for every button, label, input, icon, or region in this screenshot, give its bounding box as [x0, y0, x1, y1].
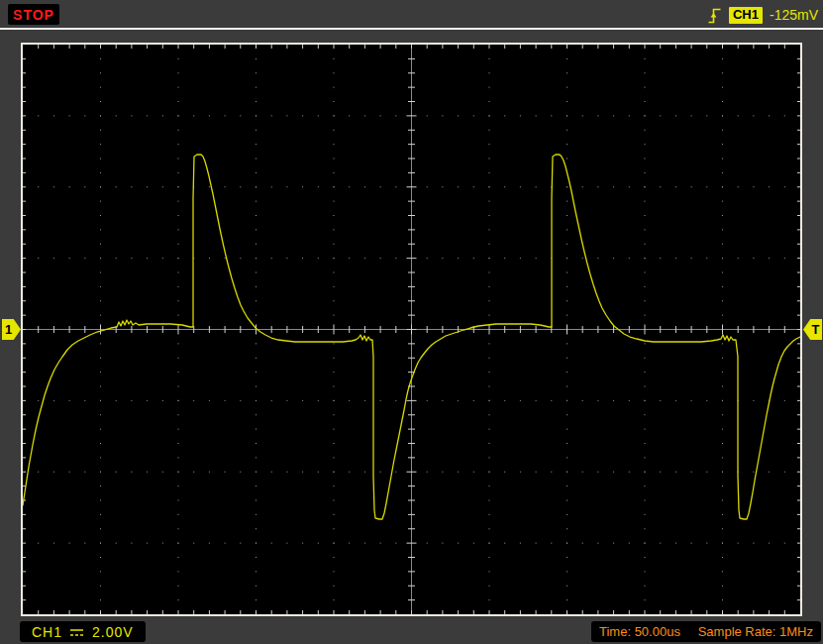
trigger-source-badge: CH1 — [729, 7, 763, 24]
timebase-info-badge: Time: 50.00us Sample Rate: 1MHz — [591, 621, 821, 642]
trigger-level-value: -125mV — [770, 7, 818, 23]
trigger-level-marker-label: T — [812, 322, 820, 337]
channel1-settings-badge[interactable]: CH1 2.00V — [20, 621, 146, 642]
trigger-info: CH1 -125mV — [707, 4, 818, 26]
acquisition-status-badge: STOP — [8, 4, 59, 25]
waveform-display — [23, 45, 800, 614]
sample-rate-value: Sample Rate: 1MHz — [698, 624, 813, 639]
header-separator — [0, 28, 823, 30]
channel1-name-label: CH1 — [32, 624, 62, 640]
timebase-value: Time: 50.00us — [599, 624, 680, 639]
acquisition-status-label: STOP — [13, 7, 54, 23]
dc-coupling-icon — [69, 626, 85, 638]
oscilloscope-screen: STOP CH1 -125mV 1 T CH1 2.00V Time: 50.0… — [0, 0, 823, 644]
channel1-scale-value: 2.00V — [92, 624, 134, 640]
channel1-ground-marker[interactable]: 1 — [2, 319, 21, 340]
channel1-ground-marker-label: 1 — [5, 322, 12, 337]
rising-edge-trigger-icon — [707, 5, 722, 25]
graticule-area — [21, 43, 802, 616]
trigger-level-marker[interactable]: T — [803, 319, 822, 340]
